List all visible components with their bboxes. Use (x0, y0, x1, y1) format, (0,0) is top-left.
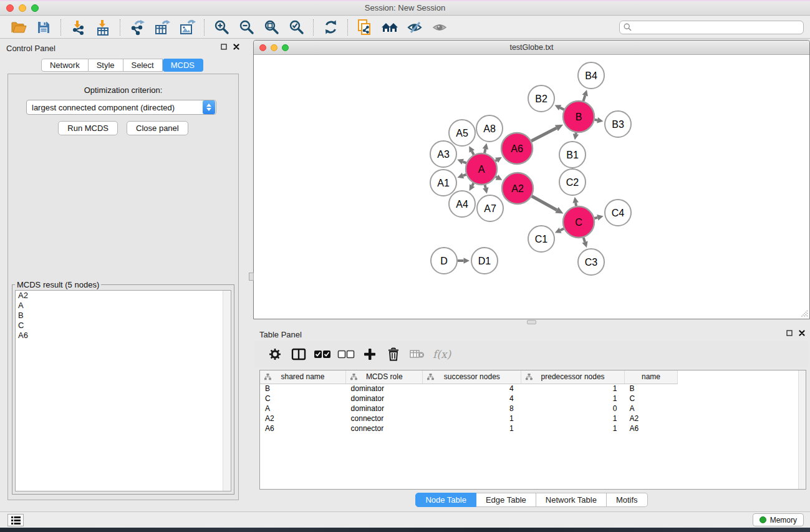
graph-edge-B-B3 (595, 120, 598, 120)
graph-node-label: A3 (437, 149, 450, 160)
graph-edge-A-A3 (463, 162, 466, 163)
network-side-handle[interactable] (249, 273, 254, 281)
graph-node-label: D1 (478, 256, 491, 266)
tab-network-table[interactable]: Network Table (536, 493, 607, 507)
function-builder-button[interactable]: f(x) (433, 348, 451, 360)
network-window-titlebar[interactable]: testGlobe.txt (254, 41, 809, 55)
graph-node-label: B4 (585, 70, 597, 81)
tab-edge-table[interactable]: Edge Table (476, 493, 536, 507)
column-header-MCDS-role[interactable]: MCDS role (346, 370, 423, 384)
table-row[interactable]: A6connector11A6 (260, 423, 678, 433)
table-row[interactable]: Adominator80A (260, 404, 678, 414)
node-table-body: Bdominator41BCdominator41CAdominator80AA… (260, 384, 678, 433)
search-input[interactable] (634, 23, 799, 32)
copy-network-icon[interactable] (352, 17, 377, 37)
add-column-icon[interactable] (358, 344, 382, 365)
table-panel: Table Panel (253, 325, 810, 511)
open-session-icon[interactable] (6, 17, 31, 37)
graph-edge-A-A7 (485, 185, 486, 188)
mcds-list-scrollbar[interactable] (223, 291, 231, 491)
zoom-selected-icon[interactable] (284, 17, 309, 37)
graph-node-label: D (440, 256, 448, 266)
graph-edge-arrowhead (464, 258, 470, 264)
graph-edge-B-B4 (584, 95, 586, 101)
deselect-all-columns-icon[interactable] (334, 344, 358, 365)
mcds-result-item[interactable]: A6 (16, 331, 231, 341)
export-image-icon[interactable] (175, 17, 200, 37)
node-table-header-row[interactable]: shared nameMCDS rolesuccessor nodesprede… (260, 370, 678, 384)
run-mcds-button[interactable]: Run MCDS (58, 121, 118, 135)
tab-node-table[interactable]: Node Table (415, 493, 476, 507)
table-scrollbar[interactable] (798, 370, 806, 489)
float-panel-icon[interactable] (221, 44, 227, 50)
column-header-successor-nodes[interactable]: successor nodes (423, 370, 521, 384)
select-all-columns-icon[interactable] (311, 344, 334, 365)
graph-edge-A-A1 (463, 175, 466, 176)
mcds-result-items: A2ABCA6 (16, 291, 231, 341)
close-table-panel-icon[interactable] (799, 330, 805, 336)
optimization-criterion-dropdown[interactable]: largest connected component (directed) (26, 100, 216, 115)
tab-select[interactable]: Select (123, 59, 163, 72)
tab-style[interactable]: Style (89, 59, 123, 72)
panel-splitter-handle[interactable] (527, 320, 536, 324)
export-network-icon[interactable] (125, 17, 150, 37)
status-bar: Memory (0, 511, 810, 528)
float-table-panel-icon[interactable] (786, 330, 793, 336)
delete-table-icon[interactable] (405, 344, 429, 365)
graph-edge-C-C1 (561, 229, 564, 231)
memory-button[interactable]: Memory (753, 513, 804, 526)
graph-node-label: B3 (612, 119, 624, 130)
close-panel-icon[interactable] (233, 44, 239, 50)
zoom-fit-icon[interactable] (259, 17, 284, 37)
refresh-layout-icon[interactable] (318, 17, 343, 37)
resize-grip-icon[interactable] (799, 309, 808, 317)
graph-edge-A-A8 (485, 149, 485, 153)
graph-edge-A2-C (532, 196, 557, 210)
import-table-icon[interactable] (90, 17, 115, 37)
export-table-icon[interactable] (150, 17, 175, 37)
mcds-result-item[interactable]: B (16, 311, 231, 321)
column-header-name[interactable]: name (625, 370, 678, 384)
tab-network[interactable]: Network (41, 59, 89, 72)
table-row[interactable]: Cdominator41C (260, 394, 678, 404)
graph-edge-arrowhead (483, 143, 488, 150)
zoom-in-icon[interactable] (209, 17, 234, 37)
network-canvas[interactable]: B4B2BB3A8A5A6A3B1AA1C2A2A4A7C4CC1DD1C3 (254, 55, 809, 319)
search-field[interactable] (619, 21, 804, 34)
column-header-shared-name[interactable]: shared name (260, 370, 346, 384)
home-views-icon[interactable] (377, 17, 402, 37)
control-panel-tabs: NetworkStyleSelectMCDS (0, 59, 244, 72)
graph-node-label: A (478, 164, 485, 175)
graph-node-label: A5 (456, 128, 468, 138)
mcds-result-list[interactable]: A2ABCA6 (15, 290, 231, 491)
close-panel-button[interactable]: Close panel (127, 121, 188, 135)
tab-mcds[interactable]: MCDS (163, 59, 203, 72)
mcds-result-item[interactable]: C (16, 321, 231, 331)
split-table-view-icon[interactable] (287, 344, 311, 365)
graph-node-label: A6 (511, 143, 523, 154)
graph-node-label: A2 (511, 183, 524, 194)
column-header-predecessor-nodes[interactable]: predecessor nodes (521, 370, 625, 384)
mcds-result-item[interactable]: A2 (16, 291, 231, 301)
zoom-out-icon[interactable] (234, 17, 259, 37)
task-history-button[interactable] (7, 514, 24, 526)
titlebar: Session: New Session (0, 0, 810, 16)
delete-column-trash-icon[interactable] (382, 344, 405, 365)
graph-node-label: C2 (566, 177, 579, 188)
table-panel-title: Table Panel (259, 330, 302, 339)
import-network-icon[interactable] (65, 17, 90, 37)
graph-edge-A-A2 (496, 177, 497, 177)
graph-edge-C-C3 (584, 238, 585, 242)
dropdown-selected-value: largest connected component (directed) (27, 103, 203, 112)
table-row[interactable]: Bdominator41B (260, 384, 678, 394)
desktop-background (0, 528, 810, 532)
graph-node-label: C (575, 217, 582, 228)
save-session-icon[interactable] (31, 17, 56, 37)
hide-panel-eye-icon[interactable] (402, 17, 427, 37)
graph-edge-arrowhead (582, 241, 587, 248)
table-row[interactable]: A2connector11A2 (260, 414, 678, 423)
show-panel-eye-icon[interactable] (427, 17, 452, 37)
table-settings-gear-icon[interactable] (263, 344, 287, 365)
tab-motifs[interactable]: Motifs (607, 493, 648, 507)
mcds-result-item[interactable]: A (16, 301, 231, 311)
